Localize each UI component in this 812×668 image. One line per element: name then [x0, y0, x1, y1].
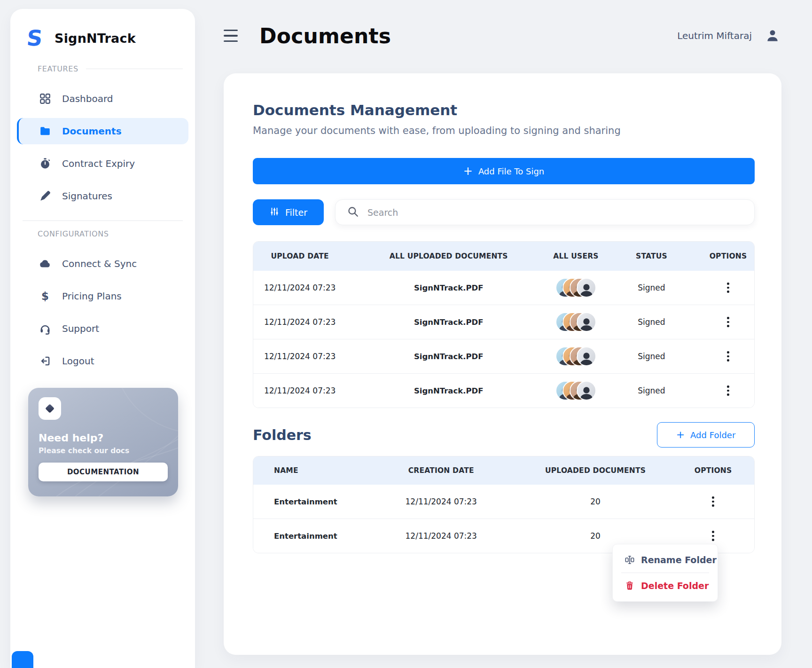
section-heading: Documents Management [253, 102, 755, 118]
search-box[interactable] [335, 199, 755, 225]
row-options-button[interactable] [720, 314, 737, 330]
help-card-title: Need help? [39, 432, 168, 444]
divider [621, 573, 709, 573]
sidebar-item-label: Signatures [62, 190, 112, 202]
folder-creation-date: 12/11/2024 07:23 [406, 531, 477, 541]
documents-management-card: Documents Management Manage your documen… [224, 73, 781, 655]
sidebar-item-logout[interactable]: Logout [17, 348, 188, 374]
folder-doc-count: 20 [590, 531, 601, 541]
divider [23, 220, 183, 221]
folders-table-header: NAME CREATION DATE UPLOADED DOCUMENTS OP… [253, 456, 754, 485]
floating-action-chip[interactable] [12, 651, 33, 668]
status-text: Signed [638, 283, 665, 292]
sidebar-item-label: Documents [62, 126, 122, 137]
user-avatars [555, 346, 596, 366]
features-section-header: FEATURES [23, 64, 183, 73]
user-name: Leutrim Miftaraj [677, 30, 752, 41]
row-options-button[interactable] [720, 382, 737, 399]
column-header: NAME [253, 456, 364, 485]
headset-icon [39, 322, 52, 335]
filter-button-label: Filter [285, 207, 307, 218]
topbar: Documents Leutrim Miftaraj [224, 19, 780, 53]
sidebar-item-documents[interactable]: Documents [17, 118, 188, 144]
user-icon[interactable] [765, 28, 780, 43]
table-row: 12/11/2024 07:23 SignNTrack.PDF Signed [253, 305, 754, 339]
user-avatars [555, 381, 596, 401]
menu-toggle-icon[interactable] [224, 29, 240, 43]
row-options-button[interactable] [705, 527, 722, 544]
configurations-nav: Connect & Sync $ Pricing Plans Support [15, 251, 190, 374]
row-options-button[interactable] [705, 493, 722, 510]
add-file-button-label: Add File To Sign [478, 166, 544, 176]
brand-logo-icon: S [27, 26, 48, 50]
row-options-button[interactable] [720, 348, 737, 365]
help-card: Need help? Please check our docs DOCUMEN… [28, 388, 178, 496]
folder-doc-count: 20 [590, 497, 601, 506]
column-header: STATUS [601, 242, 702, 271]
svg-text:$: $ [41, 290, 49, 302]
user-avatars [555, 312, 596, 332]
table-row: 12/11/2024 07:23 SignNTrack.PDF Signed [253, 271, 754, 305]
add-folder-button[interactable]: + Add Folder [657, 422, 755, 448]
divider [86, 69, 183, 69]
sidebar-item-label: Connect & Sync [62, 258, 137, 269]
sliders-icon [269, 206, 280, 219]
sidebar-item-label: Logout [62, 355, 94, 367]
avatar [577, 346, 596, 366]
folder-context-menu: Rename Folder Delete Folder [612, 544, 718, 602]
document-name: SignNTrack.PDF [414, 352, 484, 361]
column-header: UPLOAD DATE [253, 242, 346, 271]
user-avatars [555, 278, 596, 298]
filter-button[interactable]: Filter [253, 199, 324, 225]
sidebar: S SignNTrack FEATURES Dashboard Docum [10, 9, 195, 668]
documents-table-header: UPLOAD DATE ALL UPLOADED DOCUMENTS ALL U… [253, 242, 754, 271]
avatar [577, 312, 596, 332]
row-options-button[interactable] [720, 279, 737, 296]
dollar-icon: $ [39, 290, 52, 303]
table-row: 12/11/2024 07:23 SignNTrack.PDF Signed [253, 339, 754, 373]
sidebar-item-pricing-plans[interactable]: $ Pricing Plans [17, 283, 188, 309]
sidebar-item-label: Support [62, 323, 99, 334]
folders-heading: Folders [253, 427, 312, 443]
sidebar-item-dashboard[interactable]: Dashboard [17, 86, 188, 112]
search-input[interactable] [367, 207, 743, 218]
upload-date: 12/11/2024 07:23 [264, 386, 336, 395]
features-nav: Dashboard Documents Contract Expiry [15, 86, 190, 209]
status-text: Signed [638, 352, 665, 361]
folder-name: Entertainment [274, 532, 337, 541]
menu-item-label: Rename Folder [641, 555, 717, 565]
sidebar-item-contract-expiry[interactable]: Contract Expiry [17, 150, 188, 177]
sidebar-item-signatures[interactable]: Signatures [17, 183, 188, 209]
column-header: OPTIONS [672, 456, 754, 485]
add-folder-button-label: Add Folder [690, 430, 735, 440]
menu-item-label: Delete Folder [641, 581, 709, 591]
stopwatch-icon [39, 157, 52, 170]
documents-table: UPLOAD DATE ALL UPLOADED DOCUMENTS ALL U… [253, 241, 755, 408]
cloud-icon [39, 257, 52, 270]
diamond-icon [39, 397, 61, 420]
dashboard-grid-icon [39, 92, 52, 105]
sidebar-item-support[interactable]: Support [17, 315, 188, 342]
delete-folder-menu-item[interactable]: Delete Folder [613, 574, 718, 597]
section-subheading: Manage your documents with ease, from up… [253, 125, 755, 136]
sidebar-item-connect-sync[interactable]: Connect & Sync [17, 251, 188, 277]
add-file-button[interactable]: + Add File To Sign [253, 158, 755, 184]
rename-folder-menu-item[interactable]: Rename Folder [613, 548, 718, 572]
brand-name: SignNTrack [55, 31, 136, 46]
documentation-button[interactable]: DOCUMENTATION [39, 463, 168, 481]
upload-date: 12/11/2024 07:23 [264, 283, 336, 292]
folders-table-body: Entertainment 12/11/2024 07:23 20 Entert… [253, 485, 754, 553]
sidebar-item-label: Contract Expiry [62, 158, 135, 169]
help-card-subtitle: Please check our docs [39, 447, 168, 455]
pen-icon [39, 189, 52, 203]
plus-icon: + [676, 430, 685, 440]
status-text: Signed [638, 386, 665, 395]
status-text: Signed [638, 317, 665, 327]
configurations-section-label: CONFIGURATIONS [38, 229, 109, 238]
table-row: 12/11/2024 07:23 SignNTrack.PDF Signed [253, 373, 754, 408]
folder-creation-date: 12/11/2024 07:23 [406, 497, 477, 506]
sidebar-item-label: Dashboard [62, 93, 113, 104]
folder-name: Entertainment [274, 497, 337, 506]
column-header: UPLOADED DOCUMENTS [519, 456, 672, 485]
features-section-label: FEATURES [38, 64, 78, 73]
